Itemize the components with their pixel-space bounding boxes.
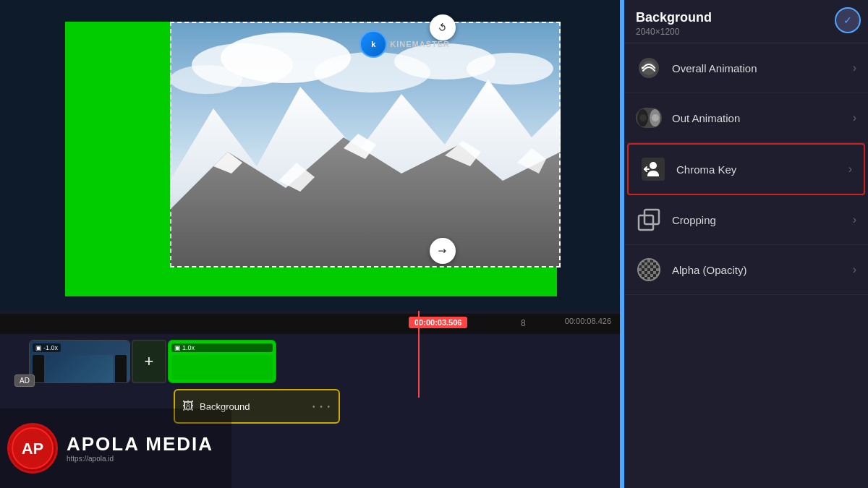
background-clip-dots: • • •	[312, 403, 331, 411]
panel-item-overall-animation[interactable]: Overall Animation ›	[624, 43, 868, 93]
timeline-playhead	[418, 311, 420, 398]
svg-point-6	[170, 65, 242, 94]
kinemaster-text: KINEMASTER	[390, 40, 450, 48]
panel-item-cropping[interactable]: Cropping ›	[624, 195, 868, 245]
out-animation-arrow: ›	[853, 111, 856, 124]
chroma-key-label: Chroma Key	[676, 163, 848, 176]
overall-animation-icon	[636, 55, 662, 81]
mountain-video-layer	[170, 22, 561, 267]
svg-text:AP: AP	[22, 440, 44, 458]
screen-icon-right: ▣	[174, 344, 181, 351]
svg-rect-25	[639, 215, 653, 230]
preview-area: ↺ ↗ k KINEMASTER 00:00:03.506 8	[0, 0, 622, 488]
svg-point-5	[467, 53, 553, 85]
kinemaster-badge-icon: k	[371, 40, 375, 48]
canvas-content: ↺ ↗ k KINEMASTER	[65, 22, 557, 296]
main-container: ↺ ↗ k KINEMASTER 00:00:03.506 8	[0, 0, 868, 488]
right-panel: ✓ Background 2040×1200 Overall Animati	[622, 0, 868, 488]
timeline-area: 00:00:03.506 8 00:00:08.426 ▣ -1.0x	[0, 311, 622, 488]
add-clip-button[interactable]: +	[132, 340, 166, 383]
out-animation-icon	[636, 105, 662, 131]
overall-animation-arrow: ›	[853, 61, 856, 74]
alpha-opacity-arrow: ›	[853, 263, 856, 276]
speed-label-left: -1.0x	[43, 344, 58, 351]
panel-items-list: Overall Animation › Out Animation ›	[624, 43, 868, 488]
watermark-text-block: APOLA MEDIA https://apola.id	[67, 435, 213, 463]
clip-thumbnail-left: ▣ -1.0x	[30, 341, 129, 382]
panel-header: Background 2040×1200	[624, 0, 868, 43]
panel-item-alpha-opacity[interactable]: Alpha (Opacity) ›	[624, 245, 868, 295]
out-animation-label: Out Animation	[672, 112, 853, 124]
speed-badge-right: ▣ 1.0x	[171, 343, 273, 352]
ruler-number-8: 8	[521, 318, 526, 328]
video-clip-left[interactable]: ▣ -1.0x	[29, 340, 130, 383]
main-video-track: ▣ -1.0x +	[29, 340, 622, 383]
watermark-title: APOLA MEDIA	[67, 435, 213, 453]
svg-point-22	[652, 114, 659, 121]
timeline-ruler: 00:00:03.506 8 00:00:08.426	[0, 314, 622, 334]
speed-badge-left: ▣ -1.0x	[33, 343, 61, 352]
resize-handle[interactable]: ↗	[430, 238, 456, 264]
panel-close-button[interactable]: ✓	[835, 7, 861, 33]
end-time-marker: 00:00:08.426	[565, 317, 611, 325]
cropping-label: Cropping	[672, 214, 853, 226]
panel-item-chroma-key[interactable]: Chroma Key ›	[627, 143, 865, 195]
panel-item-out-animation[interactable]: Out Animation ›	[624, 93, 868, 143]
watermark-logo: AP	[7, 423, 58, 474]
ad-badge: AD	[14, 374, 35, 387]
cropping-arrow: ›	[853, 213, 856, 226]
screen-icon-left: ▣	[35, 344, 42, 351]
svg-rect-26	[644, 210, 659, 224]
svg-point-24	[650, 162, 657, 169]
svg-point-21	[639, 114, 647, 121]
green-clip-inner: ▣ 1.0x	[169, 341, 276, 382]
canvas-wrapper: ↺ ↗ k KINEMASTER	[0, 0, 622, 311]
video-clip-green[interactable]: ▣ 1.0x	[168, 340, 276, 383]
close-chevron-icon: ✓	[843, 14, 852, 26]
panel-title: Background	[636, 10, 856, 25]
cropping-icon	[636, 207, 662, 233]
speed-label-right: 1.0x	[182, 344, 195, 351]
overall-animation-label: Overall Animation	[672, 62, 853, 74]
background-track-row: 🖼 Background • • •	[174, 389, 622, 424]
watermark: AP APOLA MEDIA https://apola.id	[0, 408, 231, 488]
chroma-key-arrow: ›	[848, 163, 852, 176]
panel-dimensions: 2040×1200	[636, 27, 856, 37]
kinemaster-logo-area: k KINEMASTER	[359, 30, 450, 58]
alpha-opacity-icon	[636, 257, 662, 283]
watermark-subtitle: https://apola.id	[67, 455, 213, 463]
plus-icon: +	[145, 352, 154, 371]
alpha-opacity-label: Alpha (Opacity)	[672, 264, 853, 276]
chroma-key-icon	[640, 156, 666, 182]
kinemaster-badge: k	[359, 30, 387, 58]
